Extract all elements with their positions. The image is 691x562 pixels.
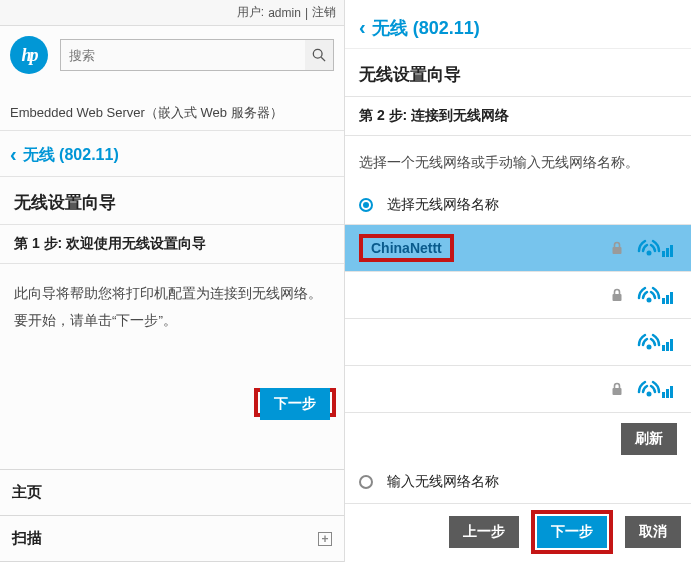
network-row[interactable]	[345, 366, 691, 413]
wifi-signal-icon	[635, 375, 677, 403]
step-1-title: 第 1 步: 欢迎使用无线设置向导	[0, 224, 344, 264]
svg-point-3	[647, 251, 652, 256]
svg-point-12	[647, 345, 652, 350]
network-list: ChinaNettt	[345, 224, 691, 413]
lock-icon	[611, 241, 625, 255]
user-bar: 用户: admin | 注销	[0, 0, 344, 26]
network-name: ChinaNettt	[359, 234, 601, 262]
svg-rect-7	[613, 294, 622, 301]
chevron-left-icon	[359, 18, 366, 39]
instruction-text: 选择一个无线网络或手动输入无线网络名称。	[345, 136, 691, 190]
svg-point-8	[647, 298, 652, 303]
svg-rect-4	[662, 251, 665, 257]
chevron-left-icon	[10, 147, 17, 165]
search-icon	[312, 48, 326, 62]
radio-select-network[interactable]: 选择无线网络名称	[345, 190, 691, 224]
user-label: 用户:	[237, 4, 264, 21]
next-button[interactable]: 下一步	[260, 388, 330, 420]
header-row: hp	[0, 26, 344, 80]
svg-rect-6	[670, 245, 673, 257]
right-header: 无线 (802.11)	[345, 0, 691, 48]
breadcrumb-label: 无线 (802.11)	[23, 145, 119, 166]
breadcrumb-label-r: 无线 (802.11)	[372, 16, 480, 40]
radio-icon	[359, 475, 373, 489]
right-pane: 无线 (802.11) 无线设置向导 第 2 步: 连接到无线网络 选择一个无线…	[345, 0, 691, 562]
network-row[interactable]: ChinaNettt	[345, 225, 691, 272]
svg-line-1	[321, 57, 325, 61]
left-button-row: 下一步	[254, 388, 336, 420]
search-button[interactable]	[305, 40, 333, 70]
highlight-box-next: 下一步	[254, 388, 336, 417]
refresh-row: 刷新	[345, 413, 691, 461]
plus-icon: +	[318, 532, 332, 546]
svg-rect-13	[662, 345, 665, 351]
menu-scan-label: 扫描	[12, 529, 42, 548]
menu-home[interactable]: 主页	[0, 469, 344, 515]
network-row[interactable]	[345, 319, 691, 366]
user-value: admin	[268, 6, 301, 20]
cancel-button[interactable]: 取消	[625, 516, 681, 548]
left-pane: 用户: admin | 注销 hp Embedded Web Server（嵌入…	[0, 0, 345, 562]
radio-manual-label: 输入无线网络名称	[387, 473, 499, 491]
radio-icon	[359, 198, 373, 212]
wizard-title-r: 无线设置向导	[345, 48, 691, 96]
hp-logo: hp	[10, 36, 48, 74]
svg-rect-5	[666, 248, 669, 257]
prev-button[interactable]: 上一步	[449, 516, 519, 548]
ews-label: Embedded Web Server（嵌入式 Web 服务器）	[0, 80, 344, 130]
menu-home-label: 主页	[12, 483, 42, 502]
radio-select-label: 选择无线网络名称	[387, 196, 499, 214]
svg-rect-2	[613, 247, 622, 254]
breadcrumb-wireless-r[interactable]: 无线 (802.11)	[359, 16, 677, 40]
step-2-title: 第 2 步: 连接到无线网络	[345, 96, 691, 136]
svg-rect-20	[670, 386, 673, 398]
body-line-2: 要开始，请单击“下一步”。	[14, 307, 330, 334]
next-button-r[interactable]: 下一步	[537, 516, 607, 548]
menu-scan[interactable]: 扫描 +	[0, 515, 344, 562]
svg-point-17	[647, 392, 652, 397]
svg-rect-15	[670, 339, 673, 351]
left-menu: 主页 扫描 +	[0, 469, 344, 562]
wizard-title: 无线设置向导	[0, 176, 344, 224]
svg-rect-9	[662, 298, 665, 304]
svg-rect-11	[670, 292, 673, 304]
search-wrap	[60, 39, 334, 71]
network-row[interactable]	[345, 272, 691, 319]
search-input[interactable]	[60, 39, 334, 71]
svg-rect-10	[666, 295, 669, 304]
svg-rect-18	[662, 392, 665, 398]
svg-point-0	[313, 49, 322, 58]
wifi-signal-icon	[635, 281, 677, 309]
svg-rect-16	[613, 388, 622, 395]
logout-link[interactable]: 注销	[312, 4, 336, 21]
breadcrumb-section: 无线 (802.11)	[0, 130, 344, 176]
lock-icon	[611, 288, 625, 302]
wifi-signal-icon	[635, 328, 677, 356]
wizard-body: 此向导将帮助您将打印机配置为连接到无线网络。 要开始，请单击“下一步”。	[0, 264, 344, 350]
svg-rect-14	[666, 342, 669, 351]
radio-manual-network[interactable]: 输入无线网络名称	[345, 461, 691, 504]
body-line-1: 此向导将帮助您将打印机配置为连接到无线网络。	[14, 280, 330, 307]
refresh-button[interactable]: 刷新	[621, 423, 677, 455]
wifi-signal-icon	[635, 234, 677, 262]
right-button-row: 上一步 下一步 取消	[449, 510, 681, 554]
svg-rect-19	[666, 389, 669, 398]
highlight-box-next-r: 下一步	[531, 510, 613, 554]
breadcrumb-wireless[interactable]: 无线 (802.11)	[10, 145, 334, 166]
highlight-box-network: ChinaNettt	[359, 234, 454, 262]
lock-icon	[611, 382, 625, 396]
